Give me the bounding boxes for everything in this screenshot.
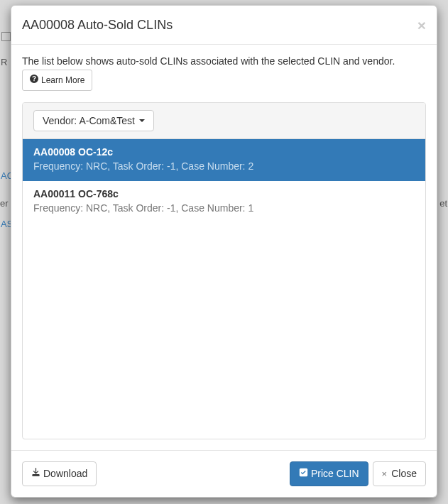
modal-body: The list below shows auto-sold CLINs ass… (11, 45, 437, 450)
list-item-title: AA00008 OC-12c (33, 146, 415, 158)
download-icon (31, 466, 40, 481)
list-item[interactable]: AA00011 OC-768cFrequency: NRC, Task Orde… (23, 181, 425, 222)
close-button[interactable]: × Close (373, 461, 426, 486)
list-item-title: AA00011 OC-768c (33, 188, 415, 199)
caret-down-icon (139, 119, 145, 122)
price-clin-label: Price CLIN (311, 466, 359, 481)
download-button[interactable]: Download (22, 461, 97, 486)
clin-panel: Vendor: A-Com&Test AA00008 OC-12cFrequen… (22, 102, 426, 439)
close-label: Close (391, 466, 417, 481)
modal-footer: Download Price CLIN × Close (11, 450, 437, 497)
vendor-dropdown-label: Vendor: A-Com&Test (43, 115, 135, 126)
check-square-icon (299, 466, 308, 481)
download-label: Download (43, 466, 87, 481)
grid-icon (1, 32, 11, 41)
learn-more-label: Learn More (41, 74, 84, 87)
vendor-dropdown[interactable]: Vendor: A-Com&Test (33, 110, 154, 131)
times-icon: × (382, 469, 388, 478)
price-clin-button[interactable]: Price CLIN (290, 461, 368, 486)
list-item[interactable]: AA00008 OC-12cFrequency: NRC, Task Order… (23, 139, 425, 181)
close-icon[interactable]: × (417, 18, 426, 33)
autosold-clins-modal: AA00008 Auto-Sold CLINs × The list below… (11, 5, 437, 498)
list-item-subtitle: Frequency: NRC, Task Order: -1, Case Num… (33, 160, 415, 172)
modal-title: AA00008 Auto-Sold CLINs (22, 16, 173, 34)
question-circle-icon (30, 74, 38, 87)
list-item-subtitle: Frequency: NRC, Task Order: -1, Case Num… (33, 202, 415, 214)
modal-header: AA00008 Auto-Sold CLINs × (11, 6, 437, 45)
panel-heading: Vendor: A-Com&Test (23, 103, 425, 139)
clin-list: AA00008 OC-12cFrequency: NRC, Task Order… (23, 139, 425, 439)
learn-more-button[interactable]: Learn More (22, 70, 92, 91)
description-text: The list below shows auto-sold CLINs ass… (22, 55, 426, 67)
